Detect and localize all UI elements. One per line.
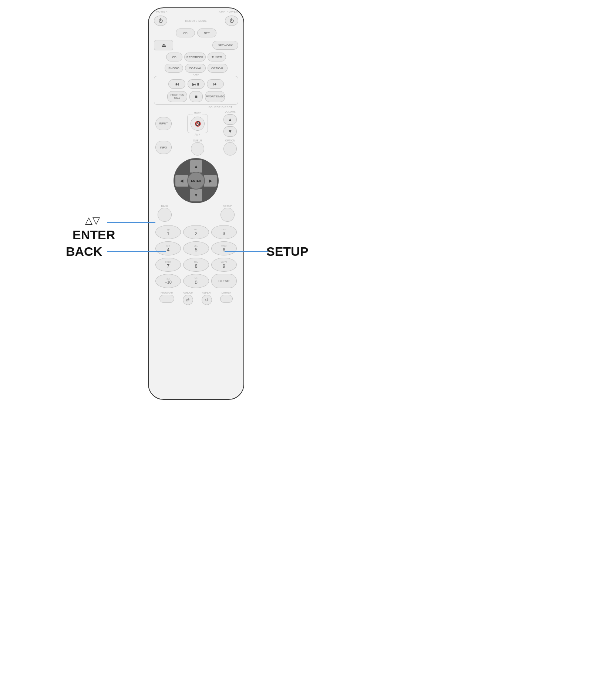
prev-button[interactable]: ⏮ [168, 79, 185, 89]
repeat-label: REPEAT [202, 291, 212, 294]
back-annotation-line [107, 251, 166, 252]
mute-label: MUTE [193, 112, 202, 114]
program-button[interactable] [159, 295, 174, 303]
back-label-small: BACK [161, 205, 168, 207]
recorder-button[interactable]: RECORDER [184, 53, 206, 61]
info-button[interactable]: INFO [155, 141, 172, 154]
phono-button[interactable]: PHONO [165, 64, 183, 73]
next-button[interactable]: ⏭ [207, 79, 224, 89]
tuner-button[interactable]: TUNER [208, 53, 226, 61]
queue-button[interactable] [191, 142, 204, 155]
optical-button[interactable]: OPTICAL [208, 64, 228, 73]
clear-button[interactable]: CLEAR [211, 274, 237, 288]
program-group: PROGRAM [159, 291, 174, 303]
num-0-button[interactable]: └┘* 0 [183, 274, 209, 288]
net-mode-button[interactable]: NET [197, 29, 216, 37]
random-button[interactable]: ⇄ [183, 295, 193, 305]
cd-mode-button[interactable]: CD [176, 29, 195, 37]
amp-inner-label: AMP [193, 133, 202, 136]
repeat-group: REPEAT ↺ [202, 291, 212, 305]
amp-power-label: AMP POWER [219, 10, 238, 13]
num-1-button[interactable]: .@/ 1 [155, 225, 181, 239]
nav-down-button[interactable]: ▼ [190, 189, 202, 201]
mute-button[interactable]: 🔇 [191, 117, 205, 131]
volume-up-button[interactable]: ▲ [223, 114, 237, 125]
random-label: RANDOM [182, 291, 193, 294]
num-2-button[interactable]: ABC 2 [183, 225, 209, 239]
back-annotation-text: BACK [66, 244, 102, 259]
power-button[interactable]: ⏻ [154, 16, 167, 26]
nav-left-button[interactable]: ◀ [175, 175, 188, 187]
volume-down-button[interactable]: ▼ [223, 126, 237, 137]
network-button[interactable]: NETWORK [212, 41, 238, 50]
random-group: RANDOM ⇄ [182, 291, 193, 305]
enter-symbol: △▽ [85, 215, 100, 226]
enter-annotation-line [107, 222, 155, 223]
stop-button[interactable]: ■ [189, 91, 203, 102]
num-plus10-button[interactable]: a/A +10 [155, 274, 181, 288]
dimmer-button[interactable] [220, 295, 233, 303]
input-button[interactable]: INPUT [155, 117, 172, 130]
play-pause-button[interactable]: ▶/⏸ [188, 79, 205, 89]
setup-annotation-line [225, 251, 268, 252]
setup-label-small: SETUP [223, 205, 232, 207]
favorites-call-button[interactable]: FAVORITES CALL [167, 91, 187, 102]
nav-cross: ▲ ▼ ◀ ▶ ENTER [174, 158, 219, 203]
favorites-add-button[interactable]: FAVORITES ADD [205, 91, 225, 102]
num-5-button[interactable]: JKL 5 [183, 241, 209, 255]
option-label: OPTION [225, 139, 235, 142]
dimmer-label: DIMMER [222, 291, 231, 294]
amp-section-label: AMP [191, 73, 201, 76]
num-3-button[interactable]: DEF 3 [211, 225, 237, 239]
remote-body: POWER AMP POWER ⏻ REMOTE MODE ⏻ CD NET ⏏… [148, 7, 244, 400]
option-button[interactable] [223, 142, 237, 155]
coaxial-button[interactable]: COAXIAL [185, 64, 206, 73]
remote-mode-label: REMOTE MODE [185, 20, 207, 22]
amp-power-button[interactable]: ⏻ [225, 16, 238, 26]
repeat-button[interactable]: ↺ [202, 295, 212, 305]
nav-up-button[interactable]: ▲ [190, 160, 202, 173]
source-direct-label: SOURCE DIRECT [209, 106, 232, 108]
dimmer-group: DIMMER [220, 291, 233, 303]
setup-button[interactable] [221, 208, 235, 222]
cd-src-button[interactable]: CD [166, 53, 182, 61]
back-button[interactable] [158, 208, 172, 222]
volume-label: VOLUME [225, 110, 236, 113]
nav-right-button[interactable]: ▶ [204, 175, 217, 187]
setup-annotation-text: SETUP [266, 244, 308, 259]
enter-annotation-text: ENTER [73, 228, 115, 242]
num-8-button[interactable]: TUV 8 [183, 258, 209, 272]
power-label: POWER [156, 10, 168, 13]
num-6-button[interactable]: MNO 6 [211, 241, 237, 255]
queue-label: QUEUE [193, 139, 202, 142]
program-label: PROGRAM [161, 291, 173, 294]
num-9-button[interactable]: WXYZ 9 [211, 258, 237, 272]
num-4-button[interactable]: GHI 4 [155, 241, 181, 255]
eject-button[interactable]: ⏏ [154, 40, 173, 50]
num-7-button[interactable]: PQRS 7 [155, 258, 181, 272]
enter-button[interactable]: ENTER [187, 172, 205, 190]
